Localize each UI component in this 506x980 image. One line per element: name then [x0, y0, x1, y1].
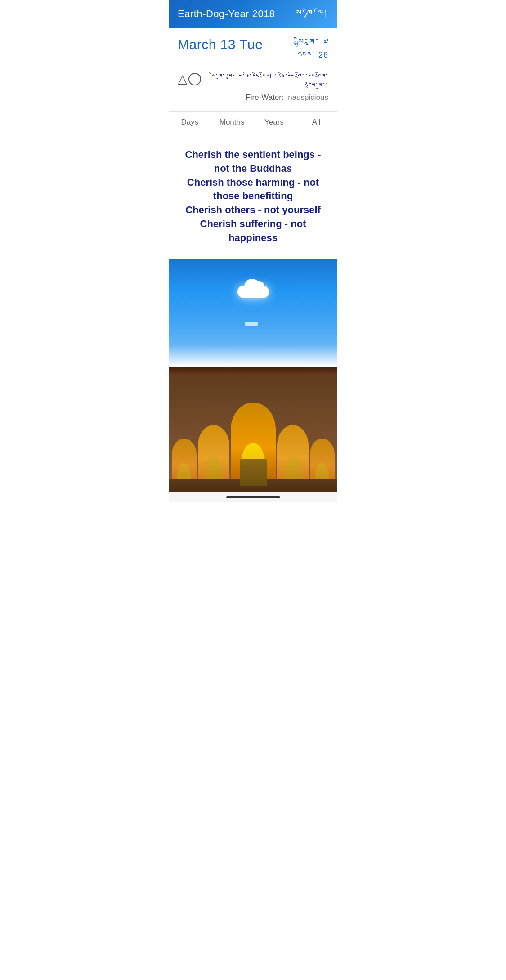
home-indicator — [226, 496, 280, 498]
triangle-symbol: △ — [178, 72, 188, 86]
symbols-row: △ — [178, 72, 201, 86]
quote-section: Cherish the sentient beings - not the Bu… — [169, 134, 337, 259]
header-title: Earth-Dog-Year 2018 — [178, 8, 275, 20]
date-tibetan-block: སྤྱི་ཟླ་ ༧ དམར་ 26 — [298, 37, 328, 60]
elements-tibetan: མེ་ཀུ་འབྲུང་པ་ཅི་བདེ་སྔོན། །འཅི་བདེ་སྔོར… — [210, 72, 328, 90]
tab-all[interactable]: All — [295, 112, 337, 134]
elements-english: Fire-Water: Inauspicious — [210, 93, 328, 102]
date-section: March 13 Tue སྤྱི་ཟླ་ ༧ དམར་ 26 — [169, 28, 337, 64]
bottom-indicator — [169, 492, 337, 502]
cloud-small — [245, 322, 258, 326]
cloud-main — [237, 286, 269, 298]
circle-symbol — [188, 73, 201, 85]
elements-text-block: མེ་ཀུ་འབྲུང་པ་ཅི་བདེ་སྔོན། །འཅི་བདེ་སྔོར… — [210, 72, 328, 102]
quote-line-1: Cherish the sentient beings - not the Bu… — [185, 149, 321, 174]
tab-months[interactable]: Months — [211, 112, 253, 134]
nav-tabs: Days Months Years All — [169, 112, 337, 134]
quote-line-4: Cherish suffering - not happiness — [200, 218, 306, 243]
temple-image — [169, 367, 337, 492]
elements-value: Inauspicious — [286, 93, 328, 102]
quote-line-3: Cherish others - not yourself — [185, 204, 321, 215]
elements-label: Fire-Water: — [246, 93, 283, 102]
app-header: Earth-Dog-Year 2018 ས་ཁྱི་ལོ། — [169, 0, 337, 28]
quote-text: Cherish the sentient beings - not the Bu… — [178, 148, 328, 245]
quote-line-2: Cherish those harming - not those benefi… — [187, 177, 319, 202]
date-main: March 13 Tue — [178, 37, 263, 52]
tab-years[interactable]: Years — [253, 112, 296, 134]
temple-background — [169, 367, 337, 492]
sky-image — [169, 259, 337, 367]
elements-section: △ མེ་ཀུ་འབྲུང་པ་ཅི་བདེ་སྔོན། །འཅི་བདེ་སྔ… — [169, 64, 337, 112]
date-tibetan-bottom: དམར་ 26 — [298, 50, 328, 60]
header-tibetan: ས་ཁྱི་ལོ། — [296, 8, 328, 20]
tab-days[interactable]: Days — [169, 112, 211, 134]
date-tibetan-top: སྤྱི་ཟླ་ ༧ — [298, 37, 328, 49]
